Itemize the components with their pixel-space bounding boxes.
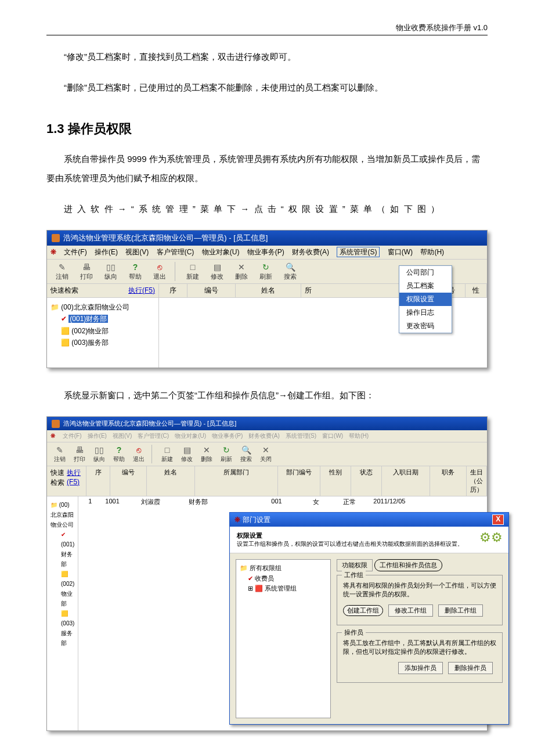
menu-system[interactable]: 系统管理(S)	[337, 247, 380, 257]
col-id: 编号	[187, 284, 236, 297]
app-icon	[52, 420, 60, 428]
tb-delete[interactable]: ✕删除	[197, 445, 216, 463]
para-intro: 系统自带操作员 9999 作为系统管理员，系统管理员拥有系统内所有功能权限，当增…	[46, 149, 488, 188]
system-menu-popup[interactable]: 公司部门 员工档案 权限设置 操作日志 更改密码	[399, 265, 452, 333]
menu-log[interactable]: 操作日志	[399, 306, 452, 319]
tree-finance-2[interactable]: (001)财务部	[61, 541, 74, 567]
exec-link-2[interactable]: 执行(F5)	[67, 468, 82, 494]
fieldset-workgroup: 工作组 将具有相同权限的操作员划分到一个工作组，可以方便统一设置操作员的权限。 …	[337, 575, 503, 625]
table-row[interactable]: 1 1001 刘淑霞 财务部 001 女 正常 2011/12/05	[78, 496, 509, 507]
para-5: 系统显示新窗口，选中第二个页签“工作组和操作员信息”→创建工作组。如下图：	[46, 386, 488, 405]
btn-delete-operator[interactable]: 删除操作员	[448, 662, 493, 674]
tree-property[interactable]: (002)物业部	[71, 327, 109, 335]
delete-icon: ✕	[236, 262, 247, 272]
tab-function-perm[interactable]: 功能权限	[337, 559, 373, 571]
window-title-2: 浩鸿达物业管理系统(北京森阳物业公司—管理员) - [员工信息]	[63, 419, 236, 428]
tb-portrait[interactable]: ▯▯纵向	[99, 262, 122, 281]
operator-desc: 将员工放在工作组中，员工将默认具有所属工作组的权限，但也可以对指定操作员的权限进…	[343, 639, 496, 656]
legend-operator: 操作员	[342, 628, 366, 637]
menu-employee[interactable]: 员工档案	[399, 279, 452, 293]
dialog-titlebar: ❊ 部门设置 X	[230, 513, 508, 527]
tb-new[interactable]: □新建	[181, 262, 204, 281]
tb-new[interactable]: □新建	[158, 445, 176, 463]
menu-affair[interactable]: 物业事务(P)	[247, 248, 284, 256]
menu-password[interactable]: 更改密码	[399, 319, 452, 333]
refresh-icon: ↻	[260, 262, 272, 272]
exit-icon: ⎋	[154, 262, 165, 272]
tree-property-2[interactable]: (002)物业部	[61, 581, 74, 607]
menu-object[interactable]: 物业对象(U)	[202, 248, 240, 256]
quick-search: 快速检索 执行(F5)	[47, 284, 159, 297]
tb-logout[interactable]: ✎注销	[50, 262, 74, 281]
close-icon[interactable]: X	[492, 514, 504, 525]
page-header: 物业收费系统操作手册 v1.0	[396, 23, 488, 33]
tb-help[interactable]: ?帮助	[110, 445, 128, 463]
legend-workgroup: 工作组	[342, 571, 366, 579]
tb-exit[interactable]: ⎋退出	[129, 445, 148, 463]
menu-customer[interactable]: 客户管理(C)	[157, 248, 194, 256]
dept-settings-dialog: ❊ 部门设置 X 权限设置 设置工作组和操作员，权限的设置可以通过右键点击相关功…	[229, 512, 509, 725]
menu-help[interactable]: 帮助(H)	[420, 248, 444, 256]
tree-service-2[interactable]: (003)服务部	[61, 620, 74, 646]
perm-admin[interactable]: 系统管理组	[265, 585, 297, 592]
tb-edit[interactable]: ▤修改	[178, 445, 196, 463]
tb-help[interactable]: ?帮助	[124, 262, 147, 281]
edit-icon: ▤	[211, 262, 223, 272]
workgroup-desc: 将具有相同权限的操作员划分到一个工作组，可以方便统一设置操作员的权限。	[343, 581, 496, 599]
tb-print[interactable]: 🖶打印	[75, 262, 98, 281]
menu-permission[interactable]: 权限设置	[399, 293, 452, 306]
gear-icon: ⚙⚙	[479, 530, 503, 545]
dept-tree[interactable]: (00)北京森阳物业公司 (001)财务部 (002)物业部 (003)服务部	[47, 298, 159, 368]
col-name: 姓名	[236, 284, 301, 297]
menu-dept[interactable]: 公司部门	[399, 266, 452, 279]
screenshot-2: 浩鸿达物业管理系统(北京森阳物业公司—管理员) - [员工信息] ❊ 文件(F)…	[46, 416, 488, 731]
window-titlebar: 浩鸿达物业管理系统(北京森阳物业公司—管理员) - [员工信息]	[47, 231, 487, 246]
exec-link[interactable]: 执行(F5)	[128, 286, 155, 296]
tb-delete[interactable]: ✕删除	[230, 262, 253, 281]
btn-edit-group[interactable]: 修改工作组	[388, 604, 433, 617]
tb-refresh[interactable]: ↻刷新	[217, 445, 236, 463]
dialog-title: 部门设置	[243, 516, 270, 524]
tree-service[interactable]: (003)服务部	[71, 339, 109, 347]
menu-operate[interactable]: 操作(E)	[95, 248, 118, 256]
menu-window[interactable]: 窗口(W)	[388, 248, 413, 256]
para-modify: “修改”员工档案时，直接找到员工档案，双击进行修改即可。	[46, 47, 488, 66]
menu-bar[interactable]: ❊ 文件(F) 操作(E) 视图(V) 客户管理(C) 物业对象(U) 物业事务…	[47, 246, 487, 260]
tb-exit[interactable]: ⎋退出	[148, 262, 171, 281]
dialog-heading: 权限设置	[237, 532, 262, 539]
dialog-subtitle: 设置工作组和操作员，权限的设置可以通过右键点击相关功能或数据前面的选择框设置。	[237, 541, 463, 547]
tb-portrait[interactable]: ▯▯纵向	[90, 445, 109, 463]
tb-search[interactable]: 🔍搜索	[237, 445, 255, 463]
tree-root[interactable]: (00)北京森阳物业公司	[50, 301, 155, 313]
tree-finance[interactable]: (001)财务部	[68, 315, 108, 323]
perm-cashier[interactable]: 收费员	[255, 575, 274, 582]
tb-edit[interactable]: ▤修改	[205, 262, 229, 281]
menu-view[interactable]: 视图(V)	[125, 248, 149, 256]
col-seq: 序	[159, 284, 187, 297]
toolbar-2: ✎注销 🖶打印 ▯▯纵向 ?帮助 ⎋退出 □新建 ▤修改 ✕删除 ↻刷新 🔍搜索…	[47, 442, 487, 466]
dept-tree-2[interactable]: (00)北京森阳物业公司 (001)财务部 (002)物业部 (003)服务部	[47, 496, 78, 730]
print-icon: 🖶	[81, 262, 92, 272]
tree-root-2[interactable]: (00)北京森阳物业公司	[50, 500, 74, 530]
fieldset-operator: 操作员 将员工放在工作组中，员工将默认具有所属工作组的权限，但也可以对指定操作员…	[337, 632, 503, 683]
tb-close[interactable]: ✕关闭	[257, 445, 275, 463]
perm-root[interactable]: 所有权限组	[250, 564, 282, 571]
menu-bar-2[interactable]: ❊ 文件(F)操作(E)视图(V)客户管理(C)物业对象(U)物业事务(P)财务…	[47, 430, 487, 442]
btn-create-group[interactable]: 创建工作组	[343, 605, 383, 616]
menu-file[interactable]: 文件(F)	[64, 248, 86, 256]
menu-finance[interactable]: 财务收费(A)	[292, 248, 329, 256]
btn-add-operator[interactable]: 添加操作员	[398, 662, 443, 674]
quick-search-2: 快速检索执行(F5)	[47, 466, 86, 496]
search-icon: 🔍	[284, 262, 296, 272]
para-steps: 进 入 软 件 → “ 系 统 管 理 ” 菜 单 下 → 点 击 “ 权 限 …	[46, 199, 488, 218]
tb-logout[interactable]: ✎注销	[50, 445, 69, 463]
tab-workgroup[interactable]: 工作组和操作员信息	[374, 559, 442, 571]
window-titlebar-2: 浩鸿达物业管理系统(北京森阳物业公司—管理员) - [员工信息]	[47, 417, 487, 430]
perm-group-tree[interactable]: 📁 所有权限组 ✔ 收费员 ⊞ 🟥 系统管理组	[236, 559, 331, 718]
tb-refresh[interactable]: ↻刷新	[254, 262, 277, 281]
tb-print[interactable]: 🖶打印	[70, 445, 89, 463]
btn-delete-group[interactable]: 删除工作组	[438, 604, 483, 617]
tb-search[interactable]: 🔍搜索	[279, 262, 302, 281]
window-title: 浩鸿达物业管理系统(北京森阳物业公司—管理员) - [员工信息]	[63, 233, 268, 243]
new-icon: □	[187, 262, 199, 272]
